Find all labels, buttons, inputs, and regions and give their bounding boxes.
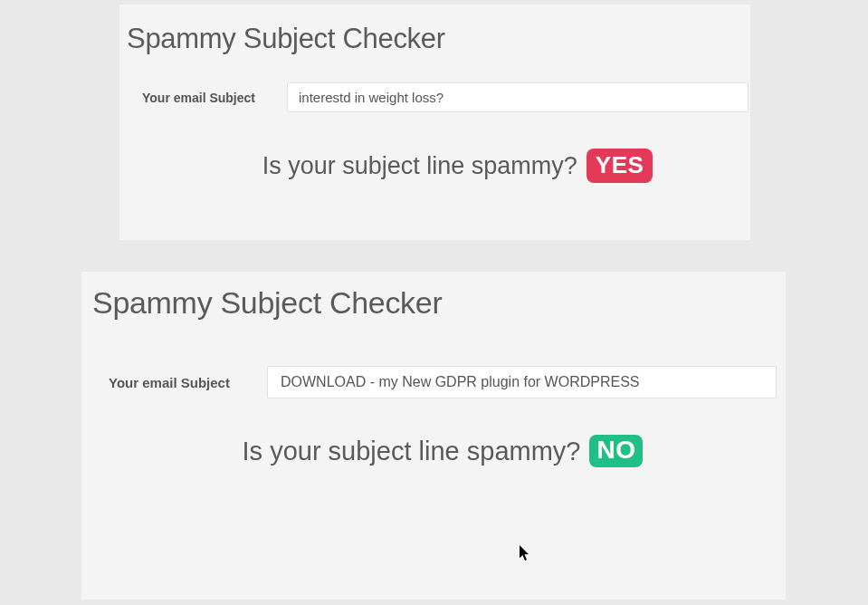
result-row: Is your subject line spammy? YES [119,149,750,183]
spam-checker-panel-yes: Spammy Subject Checker Your email Subjec… [119,5,750,240]
subject-row: Your email Subject [81,366,786,399]
subject-input[interactable] [267,366,777,399]
page-title: Spammy Subject Checker [127,23,750,55]
result-question: Is your subject line spammy? [262,152,577,180]
page-title: Spammy Subject Checker [92,285,786,321]
result-row: Is your subject line spammy? NO [81,435,786,467]
result-badge-no: NO [589,435,643,467]
result-question: Is your subject line spammy? [243,437,581,466]
subject-label: Your email Subject [142,91,287,105]
spam-checker-panel-no: Spammy Subject Checker Your email Subjec… [81,272,786,600]
subject-input[interactable] [287,82,749,112]
subject-row: Your email Subject [119,82,750,112]
subject-label: Your email Subject [109,375,267,390]
result-badge-yes: YES [587,149,653,183]
